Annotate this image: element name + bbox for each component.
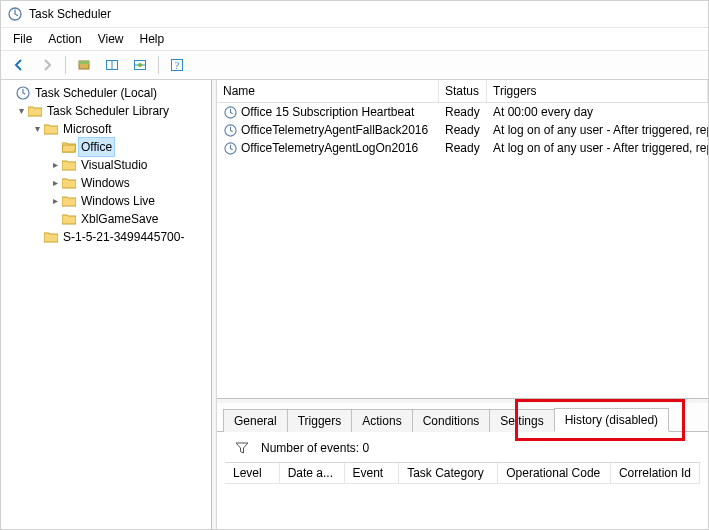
menubar: File Action View Help	[1, 28, 708, 51]
hcol-level[interactable]: Level	[225, 463, 280, 483]
tree-root[interactable]: Task Scheduler (Local)	[3, 84, 211, 102]
task-triggers: At 00:00 every day	[487, 105, 708, 119]
col-triggers[interactable]: Triggers	[487, 80, 708, 102]
folder-icon	[61, 195, 77, 207]
expand-icon[interactable]: ▸	[49, 156, 61, 174]
folder-icon	[61, 159, 77, 171]
expand-icon[interactable]: ▾	[15, 102, 27, 120]
task-row[interactable]: OfficeTelemetryAgentLogOn2016 Ready At l…	[217, 139, 708, 157]
toolbar-separator	[65, 56, 66, 74]
tab-settings[interactable]: Settings	[489, 409, 554, 432]
task-row[interactable]: Office 15 Subscription Heartbeat Ready A…	[217, 103, 708, 121]
filter-icon[interactable]	[233, 440, 251, 456]
task-list-header: Name Status Triggers	[217, 80, 708, 103]
hcol-category[interactable]: Task Category	[399, 463, 498, 483]
clock-icon	[15, 86, 31, 100]
folder-icon	[61, 213, 77, 225]
folder-icon	[61, 177, 77, 189]
task-status: Ready	[439, 141, 487, 155]
tree-label: VisualStudio	[79, 156, 150, 174]
titlebar: Task Scheduler	[1, 1, 708, 28]
tree-label: Task Scheduler (Local)	[33, 84, 159, 102]
expand-icon[interactable]: ▾	[31, 120, 43, 138]
svg-point-7	[138, 63, 142, 67]
task-triggers: At log on of any user - After triggered,…	[487, 141, 708, 155]
tree-windowslive[interactable]: ▸ Windows Live	[3, 192, 211, 210]
col-status[interactable]: Status	[439, 80, 487, 102]
clock-icon	[223, 123, 237, 137]
forward-button[interactable]	[35, 53, 59, 77]
task-triggers: At log on of any user - After triggered,…	[487, 123, 708, 137]
toolbar-button-3[interactable]	[128, 53, 152, 77]
menu-help[interactable]: Help	[132, 30, 173, 48]
task-name: Office 15 Subscription Heartbeat	[241, 105, 414, 119]
tree-windows[interactable]: ▸ Windows	[3, 174, 211, 192]
tab-triggers[interactable]: Triggers	[287, 409, 353, 432]
window-title: Task Scheduler	[29, 7, 111, 21]
tree-microsoft[interactable]: ▾ Microsoft	[3, 120, 211, 138]
clock-icon	[223, 105, 237, 119]
tree-visualstudio[interactable]: ▸ VisualStudio	[3, 156, 211, 174]
tab-actions[interactable]: Actions	[351, 409, 412, 432]
task-name: OfficeTelemetryAgentLogOn2016	[241, 141, 418, 155]
tab-history-content: Number of events: 0 Level Date a... Even…	[217, 432, 708, 529]
detail-pane: General Triggers Actions Conditions Sett…	[217, 399, 708, 529]
col-name[interactable]: Name	[217, 80, 439, 102]
task-name: OfficeTelemetryAgentFallBack2016	[241, 123, 428, 137]
tab-general[interactable]: General	[223, 409, 288, 432]
body: Task Scheduler (Local) ▾ Task Scheduler …	[1, 80, 708, 529]
task-status: Ready	[439, 105, 487, 119]
tree-label: Office	[79, 138, 114, 156]
folder-icon	[43, 123, 59, 135]
folder-open-icon	[61, 141, 77, 153]
toolbar-separator	[158, 56, 159, 74]
tree-label: Microsoft	[61, 120, 114, 138]
folder-icon	[43, 231, 59, 243]
tree-label: Task Scheduler Library	[45, 102, 171, 120]
expand-icon[interactable]: ▸	[49, 174, 61, 192]
svg-text:?: ?	[175, 60, 180, 71]
events-count-label: Number of events: 0	[261, 441, 369, 455]
history-columns: Level Date a... Event Task Category Oper…	[225, 462, 700, 484]
clock-icon	[223, 141, 237, 155]
right-pane: Name Status Triggers Office 15 Subscript…	[217, 80, 708, 529]
detail-tabs: General Triggers Actions Conditions Sett…	[217, 403, 708, 432]
tree-label: Windows	[79, 174, 132, 192]
task-status: Ready	[439, 123, 487, 137]
tree-label: S-1-5-21-3499445700-	[61, 228, 186, 246]
back-button[interactable]	[7, 53, 31, 77]
toolbar-button-1[interactable]	[72, 53, 96, 77]
task-scheduler-window: Task Scheduler File Action View Help ?	[0, 0, 709, 530]
expand-icon[interactable]: ▸	[49, 192, 61, 210]
svg-rect-2	[79, 61, 89, 64]
tree-sid[interactable]: S-1-5-21-3499445700-	[3, 228, 211, 246]
tree-xblgamesave[interactable]: XblGameSave	[3, 210, 211, 228]
menu-view[interactable]: View	[90, 30, 132, 48]
help-button[interactable]: ?	[165, 53, 189, 77]
task-list: Name Status Triggers Office 15 Subscript…	[217, 80, 708, 399]
tree-library[interactable]: ▾ Task Scheduler Library	[3, 102, 211, 120]
tree-label: XblGameSave	[79, 210, 160, 228]
tree-pane: Task Scheduler (Local) ▾ Task Scheduler …	[1, 80, 212, 529]
hcol-date[interactable]: Date a...	[280, 463, 345, 483]
clock-icon	[7, 6, 23, 22]
folder-icon	[27, 105, 43, 117]
tree-office[interactable]: Office	[3, 138, 211, 156]
hcol-corr[interactable]: Correlation Id	[611, 463, 700, 483]
menu-action[interactable]: Action	[40, 30, 89, 48]
hcol-event[interactable]: Event	[345, 463, 400, 483]
task-row[interactable]: OfficeTelemetryAgentFallBack2016 Ready A…	[217, 121, 708, 139]
tab-conditions[interactable]: Conditions	[412, 409, 491, 432]
toolbar: ?	[1, 51, 708, 80]
toolbar-button-2[interactable]	[100, 53, 124, 77]
menu-file[interactable]: File	[5, 30, 40, 48]
tree-label: Windows Live	[79, 192, 157, 210]
hcol-opcode[interactable]: Operational Code	[498, 463, 611, 483]
tab-history[interactable]: History (disabled)	[554, 408, 669, 432]
